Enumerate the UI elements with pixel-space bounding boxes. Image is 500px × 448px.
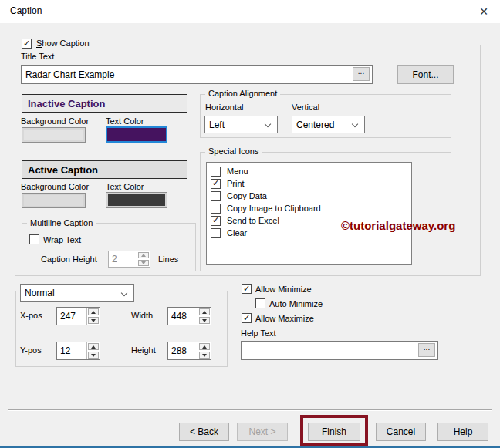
lines-label: Lines (158, 254, 178, 264)
inactive-text-color-label: Text Color (106, 116, 144, 126)
checkbox-icon[interactable] (211, 179, 221, 189)
special-icons-label: Special Icons (205, 147, 262, 156)
active-caption-header: Active Caption (22, 160, 188, 179)
spin-up-button[interactable] (199, 343, 210, 350)
height-spinner[interactable]: 288 (167, 342, 211, 360)
caption-mode-value: Normal (25, 288, 55, 298)
spin-down-icon (91, 354, 96, 357)
spin-up-button[interactable] (199, 308, 210, 315)
x-pos-value: 247 (57, 308, 86, 325)
spin-down-button[interactable] (199, 317, 210, 324)
spin-down-icon (202, 354, 207, 357)
special-icons-list[interactable]: MenuPrintCopy DataCopy Image to Clipboar… (206, 162, 412, 265)
checkbox-icon[interactable] (211, 216, 221, 226)
special-icon-item[interactable]: Copy Image to Clipboard (207, 202, 411, 214)
allow-maximize-label: Allow Maximize (255, 314, 314, 323)
y-pos-label: Y-pos (20, 345, 42, 355)
x-pos-label: X-pos (20, 311, 42, 320)
spin-up-icon (91, 311, 96, 314)
spin-down-icon (141, 261, 146, 264)
vertical-select[interactable]: Centered (292, 116, 365, 133)
vertical-value: Centered (296, 120, 334, 130)
special-icon-item[interactable]: Print (207, 177, 411, 190)
wrap-text-checkbox[interactable] (29, 234, 39, 244)
horizontal-label: Horizontal (205, 103, 244, 112)
y-pos-spinner[interactable]: 12 (56, 342, 100, 360)
spin-up-button[interactable] (88, 343, 99, 350)
spin-up-button[interactable] (138, 252, 149, 258)
cancel-button[interactable]: Cancel (376, 423, 426, 441)
x-pos-spinner[interactable]: 247 (56, 307, 100, 325)
checkbox-icon[interactable] (211, 228, 221, 238)
chevron-down-icon (352, 121, 358, 127)
spin-up-icon (141, 254, 146, 257)
special-icon-item[interactable]: Clear (207, 227, 411, 239)
spin-up-icon (202, 311, 207, 314)
caption-height-value: 2 (109, 251, 137, 267)
special-icon-item[interactable]: Copy Data (207, 190, 411, 202)
title-text-browse-button[interactable]: ... (353, 67, 370, 81)
checkbox-icon[interactable] (211, 191, 221, 201)
spin-up-icon (202, 345, 207, 349)
spin-up-button[interactable] (88, 308, 99, 315)
special-icon-item[interactable]: Send to Excel (207, 214, 411, 227)
special-icon-label: Send to Excel (227, 216, 279, 225)
caption-alignment-label: Caption Alignment (205, 89, 280, 98)
title-text-input[interactable]: Radar Chart Example ... (21, 65, 373, 84)
height-value: 288 (168, 342, 198, 359)
spin-down-button[interactable] (88, 352, 99, 359)
wrap-text-label: Wrap Text (43, 235, 81, 244)
active-text-color-label: Text Color (106, 182, 144, 191)
auto-minimize-checkbox[interactable] (255, 298, 265, 308)
allow-minimize-checkbox[interactable] (242, 284, 252, 294)
finish-button[interactable]: Finish (308, 423, 360, 441)
special-icon-label: Copy Image to Clipboard (227, 204, 321, 213)
special-icon-label: Copy Data (227, 191, 267, 200)
spin-down-button[interactable] (199, 352, 210, 359)
dialog-title: Caption (10, 5, 42, 16)
caption-dialog: Caption ✕ Show Caption Title Text Radar … (0, 0, 500, 448)
y-pos-value: 12 (57, 342, 86, 359)
chevron-down-icon (121, 290, 127, 296)
inactive-bg-color-swatch[interactable] (22, 127, 86, 143)
help-text-input[interactable]: ... (241, 341, 438, 360)
special-icon-label: Print (227, 179, 245, 188)
title-text-label: Title Text (21, 52, 54, 61)
height-label: Height (131, 345, 156, 355)
close-icon: ✕ (479, 5, 488, 18)
font-button[interactable]: Font... (397, 65, 454, 84)
inactive-text-color-swatch[interactable] (106, 126, 167, 143)
special-icon-label: Menu (227, 167, 248, 176)
horizontal-select[interactable]: Left (204, 116, 278, 133)
special-icon-label: Clear (227, 228, 247, 237)
checkbox-icon[interactable] (211, 204, 221, 214)
caption-mode-select[interactable]: Normal (20, 284, 134, 302)
help-text-browse-button[interactable]: ... (418, 343, 435, 357)
title-bar: Caption ✕ (0, 0, 500, 23)
spin-down-button[interactable] (138, 260, 149, 266)
show-caption-row: Show Caption (19, 39, 93, 48)
horizontal-value: Left (209, 120, 225, 130)
active-text-color-swatch[interactable] (106, 192, 167, 208)
multiline-caption-label: Multiline Caption (27, 218, 96, 227)
footer-divider (8, 409, 492, 411)
caption-height-label: Caption Height (41, 254, 97, 264)
spin-down-icon (91, 319, 96, 322)
close-button[interactable]: ✕ (472, 2, 495, 21)
spin-down-button[interactable] (88, 317, 99, 324)
allow-minimize-label: Allow Minimize (255, 285, 312, 294)
chevron-down-icon (265, 121, 271, 127)
active-bg-color-swatch[interactable] (22, 193, 86, 208)
allow-maximize-checkbox[interactable] (242, 313, 252, 323)
show-caption-checkbox[interactable] (22, 39, 32, 49)
caption-height-spinner[interactable]: 2 (108, 251, 150, 268)
next-button: Next > (237, 423, 288, 441)
back-button[interactable]: < Back (179, 423, 229, 441)
help-text-label: Help Text (241, 328, 276, 338)
checkbox-icon[interactable] (211, 167, 221, 177)
special-icon-item[interactable]: Menu (207, 165, 411, 177)
width-spinner[interactable]: 448 (167, 307, 211, 325)
width-value: 448 (168, 308, 198, 325)
show-caption-label: Show Caption (36, 39, 90, 48)
help-button[interactable]: Help (438, 423, 488, 441)
